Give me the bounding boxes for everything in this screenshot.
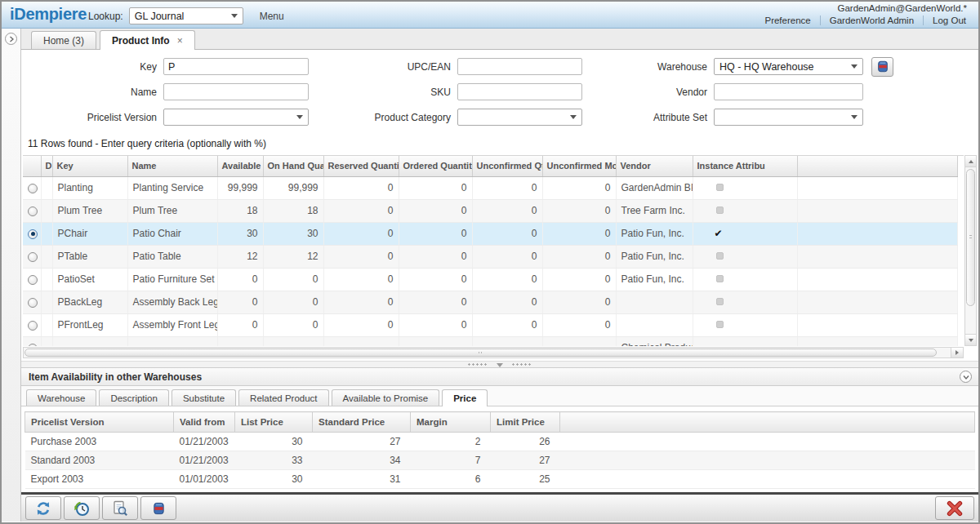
name-input[interactable] bbox=[163, 83, 309, 100]
preference-link[interactable]: Preference bbox=[755, 16, 819, 25]
pricelist-version-label: Pricelist Version bbox=[21, 112, 163, 123]
col-header-margin[interactable]: Margin bbox=[411, 412, 491, 433]
tab-available-to-promise[interactable]: Available to Promise bbox=[332, 389, 440, 406]
cell-vendor: Patio Fun, Inc. bbox=[616, 268, 693, 291]
horizontal-scrollbar[interactable] bbox=[23, 347, 964, 358]
vertical-scroll-thumb[interactable] bbox=[966, 169, 975, 306]
refresh-icon bbox=[35, 500, 51, 517]
vertical-scrollbar[interactable] bbox=[964, 155, 977, 346]
col-header-valid-from[interactable]: Valid from bbox=[174, 412, 235, 433]
col-header-name[interactable]: Name bbox=[127, 156, 217, 176]
table-row[interactable]: PBackLeg Assembly Back Leg 0 0 0 0 0 0 bbox=[23, 291, 958, 313]
upc-input[interactable] bbox=[457, 58, 582, 75]
col-header-filler bbox=[797, 156, 958, 176]
row-radio[interactable] bbox=[28, 298, 38, 308]
row-radio[interactable] bbox=[28, 206, 38, 216]
sku-input[interactable] bbox=[457, 83, 582, 100]
col-header-list-price[interactable]: List Price bbox=[235, 412, 313, 433]
tab-price[interactable]: Price bbox=[442, 389, 488, 406]
key-input[interactable] bbox=[163, 58, 309, 75]
col-header-select[interactable] bbox=[23, 156, 41, 176]
cell-key: PChair bbox=[52, 222, 127, 245]
row-radio[interactable] bbox=[28, 252, 38, 262]
close-tab-icon[interactable]: × bbox=[177, 35, 183, 47]
row-radio[interactable] bbox=[28, 275, 38, 285]
tab-product-info-label: Product Info bbox=[112, 35, 170, 47]
lookup-label: Lookup: bbox=[88, 11, 123, 22]
col-header-instance-attribute[interactable]: Instance Attribu bbox=[693, 156, 797, 176]
cell-key: PBackLeg bbox=[52, 291, 127, 313]
scroll-down-button[interactable] bbox=[965, 334, 976, 345]
availability-panel-title: Item Availability in other Warehouses bbox=[29, 371, 202, 383]
tab-related-product[interactable]: Related Product bbox=[238, 389, 328, 406]
header-links: Preference GardenWorld Admin Log Out bbox=[755, 16, 975, 25]
menu-button[interactable]: Menu bbox=[260, 11, 284, 22]
row-radio[interactable] bbox=[28, 321, 38, 331]
col-header-key[interactable]: Key bbox=[52, 156, 127, 176]
collapse-panel-button[interactable] bbox=[960, 371, 972, 383]
expand-west-button[interactable] bbox=[5, 33, 17, 45]
tab-home[interactable]: Home (3) bbox=[31, 31, 96, 49]
chevron-down-icon bbox=[851, 64, 858, 72]
refresh-button[interactable] bbox=[25, 496, 61, 520]
col-header-available[interactable]: Available bbox=[217, 156, 263, 176]
col-header-unconfirmed-mov[interactable]: Unconfirmed Mov bbox=[542, 156, 616, 176]
tab-warehouse[interactable]: Warehouse bbox=[26, 389, 96, 406]
history-button[interactable] bbox=[64, 496, 100, 520]
table-row[interactable]: PFrontLeg Assembly Front Leg 0 0 0 0 0 0 bbox=[23, 313, 958, 336]
product-category-select[interactable] bbox=[457, 109, 582, 126]
price-row[interactable]: Purchase 2003 01/21/2003 30 27 2 26 bbox=[25, 433, 975, 451]
product-attribute-button[interactable] bbox=[871, 57, 893, 77]
cell-vendor: Patio Fun, Inc. bbox=[616, 222, 693, 245]
pricelist-version-select[interactable] bbox=[163, 109, 309, 126]
table-row[interactable]: Planting Planting Service 99,999 99,999 … bbox=[23, 176, 958, 199]
cell-vendor: Patio Fun, Inc. bbox=[616, 245, 693, 268]
warehouse-select[interactable]: HQ - HQ Warehouse bbox=[714, 58, 863, 75]
cell-key: Planting bbox=[52, 176, 127, 199]
zoom-button[interactable] bbox=[102, 496, 138, 520]
table-row-selected[interactable]: PChair Patio Chair 30 30 0 0 0 0 Patio F… bbox=[23, 222, 958, 245]
form-row-2: Name SKU Vendor bbox=[21, 79, 978, 104]
col-header-unconfirmed-qty[interactable]: Unconfirmed Qty bbox=[472, 156, 542, 176]
col-header-standard-price[interactable]: Standard Price bbox=[313, 412, 411, 433]
col-header-reserved[interactable]: Reserved Quantit bbox=[323, 156, 399, 176]
scroll-right-button[interactable] bbox=[951, 348, 963, 357]
lookup-select[interactable]: GL Journal bbox=[129, 7, 243, 24]
col-header-ordered[interactable]: Ordered Quantity bbox=[399, 156, 472, 176]
panel-splitter[interactable] bbox=[21, 361, 978, 368]
sku-label: SKU bbox=[320, 87, 457, 98]
app-logo[interactable]: iDempiere bbox=[10, 5, 87, 24]
table-row[interactable]: PatioSet Patio Furniture Set 0 0 0 0 0 0… bbox=[23, 268, 958, 291]
tab-product-info[interactable]: Product Info × bbox=[100, 30, 195, 50]
row-radio[interactable] bbox=[28, 344, 38, 346]
table-row[interactable]: PTable Patio Table 12 12 0 0 0 0 Patio F… bbox=[23, 245, 958, 268]
table-row-partial[interactable]: Chemical Product bbox=[23, 336, 958, 346]
horizontal-scroll-thumb[interactable] bbox=[24, 349, 937, 357]
instance-attribute-checkbox bbox=[716, 184, 724, 191]
instance-attribute-checkbox bbox=[716, 252, 724, 260]
role-link[interactable]: GardenWorld Admin bbox=[820, 16, 923, 25]
cell-name: Plum Tree bbox=[127, 199, 217, 222]
tab-description[interactable]: Description bbox=[99, 389, 169, 406]
row-radio-selected[interactable] bbox=[28, 229, 38, 239]
product-attribute-grid-button[interactable] bbox=[140, 496, 176, 520]
attribute-set-select[interactable] bbox=[714, 109, 863, 126]
price-row[interactable]: Export 2003 01/01/2003 30 31 6 25 bbox=[25, 470, 975, 489]
cancel-button[interactable] bbox=[935, 496, 974, 520]
logout-link[interactable]: Log Out bbox=[923, 16, 975, 25]
col-header-discontinued[interactable]: D bbox=[41, 156, 52, 176]
col-header-on-hand[interactable]: On Hand Qua bbox=[263, 156, 323, 176]
results-header-row: D Key Name Available On Hand Qua Reserve… bbox=[23, 156, 958, 176]
table-row[interactable]: Plum Tree Plum Tree 18 18 0 0 0 0 Tree F… bbox=[23, 199, 958, 222]
col-header-vendor[interactable]: Vendor bbox=[616, 156, 693, 176]
price-header-row: Pricelist Version Valid from List Price … bbox=[25, 412, 975, 433]
price-row[interactable]: Standard 2003 01/21/2003 33 34 7 27 bbox=[25, 451, 975, 470]
cell-name: Patio Chair bbox=[127, 222, 217, 245]
tab-substitute[interactable]: Substitute bbox=[172, 389, 236, 406]
lookup-row: Lookup: GL Journal Menu bbox=[88, 7, 284, 24]
col-header-limit-price[interactable]: Limit Price bbox=[491, 412, 560, 433]
col-header-pricelist-version[interactable]: Pricelist Version bbox=[25, 412, 174, 433]
scroll-up-button[interactable] bbox=[965, 156, 976, 167]
row-radio[interactable] bbox=[28, 184, 38, 193]
vendor-input[interactable] bbox=[714, 83, 863, 100]
